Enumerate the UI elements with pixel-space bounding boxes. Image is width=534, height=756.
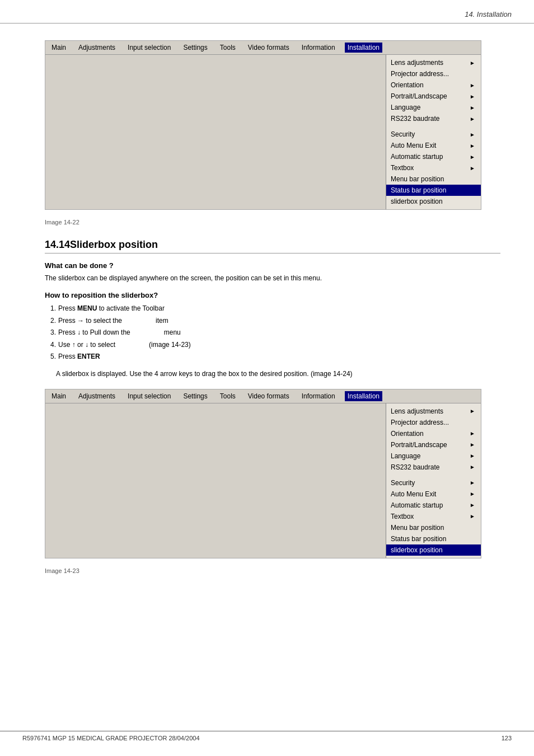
dropdown-security-1[interactable]: Security ► (386, 129, 481, 140)
section-number: 14.14 (45, 239, 70, 250)
dropdown-menu-bar-pos-2[interactable]: Menu bar position (386, 522, 481, 533)
steps-list: 1. Press MENU to activate the Toolbar 2.… (45, 303, 500, 363)
menu-item-installation-1[interactable]: Installation (345, 43, 382, 53)
menu-item-main-2[interactable]: Main (49, 391, 69, 401)
footer-right: 123 (502, 735, 512, 741)
footer-left: R5976741 MGP 15 MEDICAL GRADE PROJECTOR … (22, 735, 200, 741)
dropdown-security-2[interactable]: Security ► (386, 477, 481, 489)
menu-item-video-2[interactable]: Video formats (245, 391, 292, 401)
dropdown-auto-startup-1[interactable]: Automatic startup ► (386, 151, 481, 162)
dropdown-portrait-2[interactable]: Portrait/Landscape ► (386, 439, 481, 450)
dropdown-sliderbox-2[interactable]: sliderbox position (386, 544, 481, 556)
menu-item-settings-1[interactable]: Settings (180, 43, 210, 53)
menu-item-installation-2[interactable]: Installation (345, 391, 382, 401)
dropdown-status-bar-2[interactable]: Status bar position (386, 533, 481, 544)
menu-item-adjustments-2[interactable]: Adjustments (76, 391, 118, 401)
dropdown-rs232-1[interactable]: RS232 baudrate ► (386, 113, 481, 124)
menu-item-input-2[interactable]: Input selection (125, 391, 174, 401)
menu-bar-2: Main Adjustments Input selection Setting… (45, 389, 481, 403)
dropdown-portrait-1[interactable]: Portrait/Landscape ► (386, 91, 481, 102)
dropdown-projector-2[interactable]: Projector address... (386, 417, 481, 428)
page-header: 14. Installation (0, 0, 534, 24)
dropdown-divider-2 (386, 473, 481, 477)
dropdown-panel-1: Lens adjustments ► Projector address... … (386, 55, 481, 209)
step-2-num: 2. (47, 315, 56, 327)
step-2-item: item (156, 315, 168, 327)
menu-content-1: Lens adjustments ► Projector address... … (45, 55, 481, 209)
page-footer: R5976741 MGP 15 MEDICAL GRADE PROJECTOR … (0, 731, 534, 745)
image1-caption: Image 14-22 (45, 219, 500, 226)
step-4-ref: (image 14-23) (149, 339, 191, 351)
step-4-main: Use ↑ or ↓ to select (58, 339, 115, 351)
image2-caption: Image 14-23 (45, 567, 500, 574)
what-heading: What can be done ? (45, 261, 500, 270)
dropdown-lens-2[interactable]: Lens adjustments ► (386, 406, 481, 417)
step-5-text: Press ENTER (58, 351, 500, 363)
menu-item-information-1[interactable]: Information (299, 43, 338, 53)
dropdown-status-bar-1[interactable]: Status bar position (386, 185, 481, 196)
dropdown-orientation-2[interactable]: Orientation ► (386, 428, 481, 439)
dropdown-auto-startup-2[interactable]: Automatic startup ► (386, 500, 481, 511)
dropdown-projector-1[interactable]: Projector address... (386, 68, 481, 79)
how-heading: How to reposition the sliderbox? (45, 291, 500, 299)
menu-item-information-2[interactable]: Information (299, 391, 338, 401)
step-5-num: 5. (47, 351, 56, 363)
menu-main-area-2 (45, 403, 386, 558)
step-3-num: 3. (47, 327, 56, 339)
step-3-main: Press ↓ to Pull down the (58, 327, 130, 339)
what-text: The sliderbox can be displayed anywhere … (45, 273, 500, 283)
dropdown-rs232-2[interactable]: RS232 baudrate ► (386, 462, 481, 473)
image1-screenshot: Main Adjustments Input selection Setting… (45, 40, 481, 210)
content-area: Main Adjustments Input selection Setting… (0, 24, 534, 588)
note-text: A sliderbox is displayed. Use the 4 arro… (56, 369, 500, 379)
page-container: 14. Installation Main Adjustments Input … (0, 0, 534, 756)
menu-main-area-1 (45, 55, 386, 209)
menu-item-input-1[interactable]: Input selection (125, 43, 174, 53)
section-title-text: Sliderbox position (70, 239, 158, 250)
step-4-num: 4. (47, 339, 56, 351)
step-1-text: Press MENU to activate the Toolbar (58, 303, 500, 315)
dropdown-panel-2: Lens adjustments ► Projector address... … (386, 403, 481, 558)
menu-bar-1: Main Adjustments Input selection Setting… (45, 41, 481, 55)
menu-item-adjustments-1[interactable]: Adjustments (76, 43, 118, 53)
dropdown-sliderbox-1[interactable]: sliderbox position (386, 196, 481, 207)
step-5: 5. Press ENTER (45, 351, 500, 363)
dropdown-textbox-2[interactable]: Textbox ► (386, 511, 481, 522)
step-1-num: 1. (47, 303, 56, 315)
dropdown-language-1[interactable]: Language ► (386, 102, 481, 113)
step-3-text: Press ↓ to Pull down the menu (58, 327, 500, 339)
dropdown-menu-bar-pos-1[interactable]: Menu bar position (386, 173, 481, 185)
step-4-text: Use ↑ or ↓ to select (image 14-23) (58, 339, 500, 351)
dropdown-lens-1[interactable]: Lens adjustments ► (386, 57, 481, 68)
dropdown-orientation-1[interactable]: Orientation ► (386, 79, 481, 91)
step-1: 1. Press MENU to activate the Toolbar (45, 303, 500, 315)
step-2-text: Press → to select the item (58, 315, 500, 327)
step-2-main: Press → to select the (58, 315, 122, 327)
image2-screenshot: Main Adjustments Input selection Setting… (45, 389, 481, 558)
step-2: 2. Press → to select the item (45, 315, 500, 327)
menu-item-tools-1[interactable]: Tools (217, 43, 238, 53)
menu-item-main-1[interactable]: Main (49, 43, 69, 53)
dropdown-language-2[interactable]: Language ► (386, 450, 481, 462)
step-3: 3. Press ↓ to Pull down the menu (45, 327, 500, 339)
dropdown-textbox-1[interactable]: Textbox ► (386, 162, 481, 173)
dropdown-divider-1 (386, 124, 481, 129)
menu-item-video-1[interactable]: Video formats (245, 43, 292, 53)
header-title: 14. Installation (465, 10, 512, 18)
dropdown-auto-menu-2[interactable]: Auto Menu Exit ► (386, 489, 481, 500)
dropdown-auto-menu-1[interactable]: Auto Menu Exit ► (386, 140, 481, 151)
section-title: 14.14Sliderbox position (45, 239, 500, 253)
menu-item-tools-2[interactable]: Tools (217, 391, 238, 401)
step-4: 4. Use ↑ or ↓ to select (image 14-23) (45, 339, 500, 351)
menu-content-2: Lens adjustments ► Projector address... … (45, 403, 481, 558)
menu-item-settings-2[interactable]: Settings (180, 391, 210, 401)
step-3-item: menu (164, 327, 181, 339)
